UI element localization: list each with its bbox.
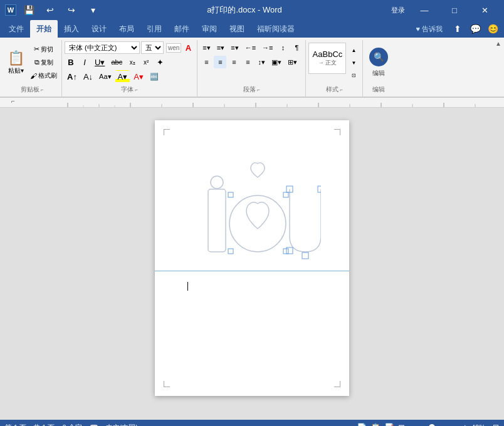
styles-scroll-up[interactable]: ▲ — [347, 44, 360, 56]
show-marks-button[interactable]: ¶ — [290, 41, 303, 54]
word-icon: W — [5, 4, 16, 16]
minimize-button[interactable]: — — [410, 0, 439, 20]
emoji-button[interactable]: 😊 — [484, 20, 501, 38]
copy-button[interactable]: ⧉ 复制 — [28, 58, 59, 68]
numbering-button[interactable]: ≡▾ — [214, 41, 227, 54]
corner-mark-tr — [334, 129, 340, 135]
editing-label-text: 编辑 — [372, 69, 385, 78]
maximize-button[interactable]: □ — [440, 0, 469, 20]
change-case-button[interactable]: Aa▾ — [97, 70, 113, 83]
font-group: 宋体 (中文正文) 五号 wen A B I U▾ abc x₂ — [62, 40, 197, 96]
align-left-button[interactable]: ≡ — [200, 56, 213, 68]
document-page[interactable] — [155, 120, 349, 396]
line-spacing-button[interactable]: ↕▾ — [255, 56, 268, 68]
align-center-button[interactable]: ≡ — [214, 56, 226, 68]
title-bar-right: 登录 — □ ✕ — [387, 0, 499, 20]
corner-mark-tl — [164, 129, 170, 135]
focus-mode-icon[interactable]: ⊡ — [398, 423, 405, 427]
svg-rect-28 — [283, 249, 288, 254]
styles-scroll-down[interactable]: ▼ — [347, 56, 360, 69]
font-label: 字体 ⌐ — [65, 84, 194, 95]
save-quick-button[interactable]: 💾 — [20, 1, 38, 19]
styles-expand-icon[interactable]: ⌐ — [340, 87, 343, 93]
page-info: 第 1 页，共 1 页 — [5, 423, 55, 427]
document-title: a打印的.docx - Word — [207, 4, 282, 16]
svg-rect-24 — [302, 252, 308, 259]
iou-svg — [183, 155, 321, 280]
title-bar: W 💾 ↩ ↪ ▾ a打印的.docx - Word 登录 — □ ✕ — [0, 0, 504, 20]
paste-button[interactable]: 📋 粘贴▾ — [5, 41, 27, 84]
tab-foxit[interactable]: 福昕阅读器 — [251, 20, 301, 38]
close-button[interactable]: ✕ — [470, 0, 499, 20]
login-button[interactable]: 登录 — [387, 1, 409, 19]
text-cursor — [187, 282, 188, 291]
tab-review[interactable]: 审阅 — [196, 20, 223, 38]
comment-button[interactable]: 💬 — [466, 20, 484, 38]
find-button[interactable]: 🔍 — [369, 48, 388, 66]
tab-insert[interactable]: 插入 — [58, 20, 85, 38]
svg-rect-17 — [208, 189, 226, 252]
svg-rect-26 — [283, 192, 288, 197]
subscript-button[interactable]: x₂ — [126, 56, 139, 68]
bullets-button[interactable]: ≡▾ — [200, 41, 213, 54]
share-button[interactable]: ⬆ — [449, 20, 466, 38]
font-color-button[interactable]: A▾ — [131, 70, 146, 83]
undo-button[interactable]: ↩ — [41, 1, 59, 19]
italic-button[interactable]: I — [78, 56, 91, 68]
fit-page-icon[interactable]: ⊡ — [493, 423, 499, 426]
strikethrough-button[interactable]: abc — [108, 56, 125, 68]
clear-format-button2[interactable]: ✦ — [154, 56, 166, 68]
paragraph-label: 段落 ⌐ — [200, 84, 303, 95]
zoom-level: 40% — [471, 423, 489, 426]
zoom-plus-button[interactable]: + — [463, 422, 468, 426]
view-web-icon[interactable]: 📋 — [370, 423, 381, 427]
language[interactable]: 中文(中国) — [106, 423, 138, 427]
grow-font-button[interactable]: A↑ — [65, 70, 80, 83]
tab-file[interactable]: 文件 — [3, 20, 30, 38]
dict-icon[interactable]: 📖 — [90, 423, 98, 427]
align-right-button[interactable]: ≡ — [228, 56, 240, 68]
paragraph-expand-icon[interactable]: ⌐ — [257, 87, 260, 93]
format-painter-button[interactable]: 🖌 格式刷 — [28, 71, 59, 81]
quick-access-dropdown[interactable]: ▾ — [84, 1, 102, 19]
ribbon-collapse-button[interactable]: ▲ — [495, 40, 501, 47]
decrease-indent-button[interactable]: ←≡ — [243, 41, 258, 54]
view-read-icon[interactable]: 📑 — [384, 423, 394, 427]
ribbon: 文件 开始 插入 设计 布局 引用 邮件 审阅 视图 福昕阅读器 ♥ 告诉我 ⬆… — [0, 20, 504, 98]
font-size-select[interactable]: 五号 — [141, 41, 164, 54]
clipboard-group: 📋 粘贴▾ ✂ 剪切 ⧉ 复制 🖌 格式刷 剪贴板 ⌐ — [3, 40, 62, 96]
tab-references[interactable]: 引用 — [140, 20, 168, 38]
tab-layout[interactable]: 布局 — [113, 20, 140, 38]
tell-me-button[interactable]: ♥ 告诉我 — [409, 20, 449, 38]
cut-button[interactable]: ✂ 剪切 — [28, 44, 59, 55]
view-print-icon[interactable]: 📄 — [357, 423, 367, 427]
shrink-font-button[interactable]: A↓ — [81, 70, 95, 83]
styles-expand[interactable]: ⊡ — [347, 69, 360, 81]
document-area — [0, 108, 504, 420]
bold-button[interactable]: B — [65, 56, 77, 68]
multilevel-button[interactable]: ≡▾ — [228, 41, 241, 54]
shading-button[interactable]: ▣▾ — [269, 56, 284, 68]
tab-design[interactable]: 设计 — [85, 20, 113, 38]
svg-rect-25 — [228, 192, 233, 197]
clear-formatting-button[interactable]: A — [182, 41, 194, 54]
font-highlight-button[interactable]: A▾ — [115, 70, 130, 83]
justify-button[interactable]: ≡ — [241, 56, 254, 68]
increase-indent-button[interactable]: →≡ — [260, 41, 275, 54]
style-normal-box[interactable]: AaBbCc → 正文 — [308, 43, 346, 74]
font-expand-icon[interactable]: ⌐ — [135, 87, 138, 93]
clipboard-expand-icon[interactable]: ⌐ — [41, 87, 44, 93]
editing-group: 🔍 编辑 编辑 — [363, 40, 394, 96]
underline-button[interactable]: U▾ — [92, 56, 107, 68]
tab-mailings[interactable]: 邮件 — [168, 20, 196, 38]
font-format-button[interactable]: 🔤 — [147, 70, 161, 83]
font-name-select[interactable]: 宋体 (中文正文) — [65, 41, 140, 54]
border-button[interactable]: ⊞▾ — [285, 56, 300, 68]
redo-button[interactable]: ↪ — [63, 1, 80, 19]
tab-view[interactable]: 视图 — [223, 20, 251, 38]
sort-button[interactable]: ↕ — [276, 41, 289, 54]
word-count: 0 个字 — [62, 423, 81, 427]
tab-home[interactable]: 开始 — [30, 20, 58, 38]
superscript-button[interactable]: x² — [140, 56, 152, 68]
zoom-minus-button[interactable]: — — [409, 422, 417, 426]
